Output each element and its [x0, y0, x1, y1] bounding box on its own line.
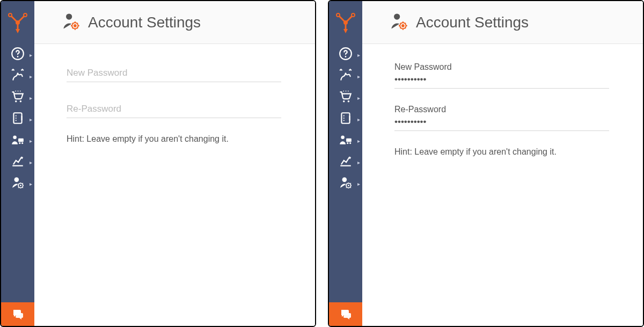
nav-addressbook[interactable]: ▸: [1, 108, 34, 130]
nav-addressbook[interactable]: ▸: [329, 108, 362, 130]
new-password-input[interactable]: [394, 73, 609, 89]
nav-analytics[interactable]: ▸: [1, 151, 34, 173]
nav-routes[interactable]: ▸: [1, 66, 34, 87]
help-icon: [339, 47, 353, 63]
nav-help[interactable]: ▸: [329, 44, 362, 66]
chat-button[interactable]: [1, 302, 34, 326]
page-header: Account Settings: [34, 1, 315, 44]
chat-button[interactable]: [329, 302, 362, 326]
chevron-right-icon: ▸: [357, 95, 360, 101]
addressbook-icon: [11, 111, 25, 127]
chevron-right-icon: ▸: [30, 52, 32, 58]
chevron-right-icon: ▸: [30, 138, 32, 144]
cart-icon: [339, 90, 353, 106]
re-password-label: Re-Password: [394, 105, 611, 114]
page-title: Account Settings: [88, 14, 201, 31]
routes-icon: [11, 68, 25, 84]
chevron-right-icon: ▸: [30, 74, 32, 79]
account-settings-icon: [389, 12, 408, 33]
main-content: Account Settings Hint: Leave empty if yo…: [34, 1, 315, 326]
chevron-right-icon: ▸: [30, 159, 32, 165]
team-truck-icon: [11, 133, 25, 149]
addressbook-icon: [339, 111, 353, 127]
routes-logo-icon: [335, 12, 356, 33]
panel-filled-state: ▸ ▸ ▸ ▸ ▸ ▸ ▸: [328, 0, 644, 327]
chat-icon: [11, 308, 25, 321]
chevron-right-icon: ▸: [30, 181, 32, 187]
sidebar: ▸ ▸ ▸ ▸ ▸ ▸ ▸: [329, 1, 362, 326]
main-content: Account Settings New Password Re-Passwor…: [362, 1, 643, 326]
account-gear-icon: [339, 176, 353, 192]
nav-help[interactable]: ▸: [1, 44, 34, 66]
help-icon: [11, 47, 25, 63]
password-hint: Hint: Leave empty if you aren't changing…: [394, 147, 611, 157]
re-password-field: [67, 98, 283, 118]
chevron-right-icon: ▸: [30, 95, 32, 101]
new-password-field: [67, 62, 283, 82]
chevron-right-icon: ▸: [357, 138, 360, 144]
page-title: Account Settings: [416, 14, 529, 31]
team-truck-icon: [339, 133, 353, 149]
cart-icon: [11, 90, 25, 106]
chevron-right-icon: ▸: [30, 117, 32, 122]
analytics-icon: [339, 154, 353, 170]
chevron-right-icon: ▸: [357, 74, 360, 79]
app-logo[interactable]: [329, 1, 362, 44]
nav-orders[interactable]: ▸: [1, 87, 34, 108]
new-password-input[interactable]: [67, 62, 281, 82]
chevron-right-icon: ▸: [357, 52, 360, 58]
page-header: Account Settings: [362, 1, 643, 44]
account-settings-icon: [61, 12, 80, 33]
new-password-label: New Password: [394, 62, 611, 72]
sidebar: ▸ ▸ ▸ ▸ ▸ ▸ ▸: [1, 1, 34, 326]
nav-team[interactable]: ▸: [1, 130, 34, 151]
chevron-right-icon: ▸: [357, 159, 360, 165]
routes-logo-icon: [7, 12, 28, 33]
re-password-input[interactable]: [67, 98, 281, 118]
panel-empty-state: ▸ ▸ ▸ ▸ ▸ ▸ ▸: [0, 0, 316, 327]
password-hint: Hint: Leave empty if you aren't changing…: [67, 134, 283, 144]
nav-routes[interactable]: ▸: [329, 66, 362, 87]
analytics-icon: [11, 154, 25, 170]
nav-analytics[interactable]: ▸: [329, 151, 362, 173]
nav-account[interactable]: ▸: [1, 173, 34, 194]
account-gear-icon: [11, 176, 25, 192]
routes-icon: [339, 68, 353, 84]
chevron-right-icon: ▸: [357, 117, 360, 122]
re-password-input[interactable]: [394, 115, 609, 131]
nav-account[interactable]: ▸: [329, 173, 362, 194]
chat-icon: [339, 308, 353, 321]
chevron-right-icon: ▸: [357, 181, 360, 187]
nav-team[interactable]: ▸: [329, 130, 362, 151]
nav-orders[interactable]: ▸: [329, 87, 362, 108]
new-password-field: New Password: [394, 62, 611, 89]
re-password-field: Re-Password: [394, 105, 611, 131]
app-logo[interactable]: [1, 1, 34, 44]
